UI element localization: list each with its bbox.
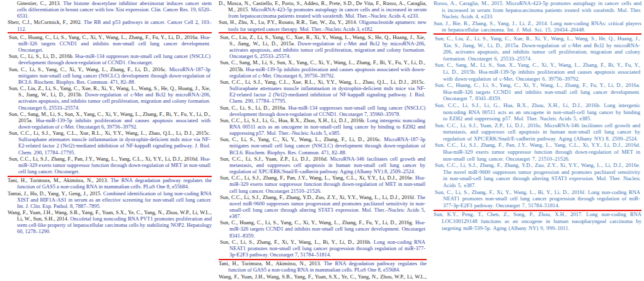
reference-authors: Sun, C., Huang, C., Li, S., Yang, C., Xi… — [9, 34, 198, 40]
reference-authors: Ginestier, C., 2013. — [17, 0, 61, 6]
reference-title: Hsa-miR-139-5p inhibits proliferation an… — [18, 117, 210, 130]
reference-entry: Tantai, J., Hu, D., Yang, Y., Geng, J., … — [8, 190, 212, 209]
highlighted-references-box: Sun, C., Liu, Z., Li, S., Yang, C., Xue,… — [219, 32, 427, 260]
reference-authors: Sun, C.C., Li, S.J., Li, G., Hua, R.X., … — [220, 117, 365, 123]
reference-entry: Sun, C., Li, S., Yang, C., Xi, Y., Wang,… — [220, 136, 425, 155]
highlighted-references-box: Sun, C., Huang, C., Li, S., Yang, C., Xi… — [8, 32, 212, 177]
references-group: D., Mosca, N., Castiello, F., Porto, S.,… — [219, 0, 427, 32]
reference-entry: Tani, H., Torimura, M., Akimitsu, N., 20… — [8, 177, 212, 190]
reference-authors: Tani, H., Torimura, M., Akimitsu, N., 20… — [8, 177, 108, 183]
highlighted-references-box: Sun, C., Liu, Z., Li, S., Yang, C., Xue,… — [434, 33, 641, 211]
reference-entry: Sun, C.C., Li, S.J., Yang, C.L., Xue, R.… — [9, 130, 210, 156]
reference-authors: Tani, H., Torimura, M., Akimitsu, N., 20… — [219, 260, 321, 267]
references-group: Tani, H., Torimura, M., Akimitsu, N., 20… — [8, 177, 212, 234]
reference-title: Sulforaphane attenuates muscle inflammat… — [18, 136, 210, 155]
reference-authors: Sun, C., Li, S., Yang, C., Xi, Y., Wang,… — [220, 136, 381, 142]
reference-authors: Sun, C.C., Li, S.J., Yuan, Z.P., Li, D.J… — [435, 122, 542, 129]
reference-entry: Ginestier, C., 2013. The histone deacety… — [8, 0, 212, 19]
reference-title: Sulforaphane attenuates muscle inflammat… — [229, 85, 425, 104]
reference-entry: Sun, C., Liu, Z., Li, S., Yang, C., Xue,… — [220, 34, 425, 60]
reference-authors: Sun, C., Li, S., Li, D., 2016b. — [9, 53, 74, 59]
reference-entry: Tani, H., Torimura, M., Akimitsu, N., 20… — [219, 260, 427, 273]
references-group: Tani, H., Torimura, M., Akimitsu, N., 20… — [219, 260, 427, 281]
reference-authors: Sun, C., Li, S., Zhang, F., Xi, Y., Wang… — [220, 239, 371, 245]
reference-entry: Sun, C., Sang, M., Li, S., Sun, X., Yang… — [220, 59, 425, 78]
reference-entry: Sun, C., Huang, C., Li, S., Yang, C., Xi… — [220, 219, 425, 238]
reference-entry: Wang, F., Yuan, J.H., Wang, S.B., Yang, … — [219, 273, 427, 281]
reference-authors: Sun, C.C., Li, S.J., Yuan, Z.P., Li, D.J… — [220, 156, 328, 162]
reference-authors: Sun, H., Zhu, X., Lu, P.Y., Rosato, R.R.… — [219, 19, 357, 25]
reference-entry: Sun, C.C., Li, S.J., Zhang, F., Pan, J.Y… — [435, 142, 640, 162]
references-page: Ginestier, C., 2013. The histone deacety… — [0, 0, 644, 281]
reference-title: The novel miR-9600 suppresses tumor prog… — [443, 169, 640, 188]
reference-entry: Sun, C.C., Li, S.J., Yang, C.L., Xue, R.… — [220, 79, 425, 105]
reference-entry: Sun, C.C., Li, S.J., Li, G., Hua, R.X., … — [435, 102, 640, 122]
reference-authors: Russo, A., Caraglia, M., 2015. — [434, 0, 503, 6]
reference-title: Hsa-miR-326 targets CCND1 and inhibits n… — [443, 89, 640, 102]
reference-title: Hsa-miR-139-5p inhibits proliferation an… — [229, 66, 425, 79]
reference-entry: Sun, C.C., Li, S.J., Zhang, F., Pan, J.Y… — [9, 156, 210, 175]
reference-entry: Sun, C., Liu, Z., Li, S., Yang, C., Xue,… — [435, 35, 640, 62]
reference-entry: Sun, C., Li, S., Yang, C., Xi, Y., Wang,… — [9, 66, 210, 85]
reference-entry: Sun, C., Huang, C., Li, S., Yang, C., Xi… — [9, 34, 210, 53]
reference-authors: Wang, F., Yuan, J.H., Wang, S.B., Yang, … — [219, 273, 427, 281]
reference-entry: Sun, C.C., Li, S.J., Li, G., Hua, R.X., … — [220, 117, 425, 136]
reference-authors: Sun, C.C., Li, S.J., Li, G., Hua, R.X., … — [435, 102, 601, 108]
reference-entry: Sun, C., Li, S., Li, D., 2016b. Hsa-miR-… — [9, 53, 210, 66]
reference-entry: Sun, C.C., Li, S.J., Zhang, F., Zhang, Y… — [220, 194, 425, 220]
reference-authors: Sun, C.C., Li, S.J., Zhang, F., Pan, J.Y… — [9, 156, 198, 162]
reference-entry: Wang, F., Yuan, J.H., Wang, S.B., Yang, … — [8, 209, 212, 235]
reference-authors: Sun, C.C., Li, S.J., Yang, C.L., Xue, R.… — [220, 79, 425, 85]
reference-authors: Sun, C., Huang, C., Li, S., Yang, C., Xi… — [435, 82, 640, 88]
reference-entry: Sun, C.C., Li, S.J., Yuan, Z.P., Li, D.J… — [220, 156, 425, 175]
references-group: Ginestier, C., 2013. The histone deacety… — [8, 0, 212, 32]
reference-entry: Sun, C.C., Li, S.J., Zhang, F., Pan, J.Y… — [220, 175, 425, 193]
references-column-middle: D., Mosca, N., Castiello, F., Porto, S.,… — [219, 0, 427, 281]
reference-entry: Sherr, C.J., McCormick, F., 2002. The RB… — [8, 19, 212, 32]
reference-authors: Tantai, J., Hu, D., Yang, Y., Geng, J., … — [8, 190, 101, 197]
references-group: Russo, A., Caraglia, M., 2015. MicroRNA-… — [434, 0, 641, 33]
reference-authors: Sun, C.C., Li, S.J., Zhang, F., Zhang, Y… — [220, 194, 415, 200]
reference-entry: Sun, C., Huang, C., Li, S., Yang, C., Xi… — [435, 82, 640, 102]
reference-authors: Sun, C., Li, S., Yang, C., Xi, Y., Wang,… — [9, 66, 167, 72]
reference-entry: Sun, K.Y., Peng, T., Chen, Z., Song, P.,… — [434, 211, 641, 231]
reference-entry: Sun, C.C., Li, S.J., Zhang, F., Zhang, Y… — [435, 162, 640, 188]
reference-authors: Sun, C.C., Li, S.J., Yang, C.L., Xue, R.… — [9, 130, 210, 136]
reference-entry: Sun, C., Liu, Z., Li, S., Yang, C., Xue,… — [9, 85, 210, 111]
reference-authors: Sun, J., Bie, B., Zhang, S., Yang, J., L… — [434, 20, 548, 26]
reference-authors: Sun, C.C., Li, S.J., Zhang, F., Zhang, Y… — [435, 162, 640, 168]
reference-authors: Sun, C.C., Li, S.J., Zhang, F., Pan, J.Y… — [435, 142, 640, 148]
reference-authors: Sun, C., Li, S., Zhang, F., Xi, Y., Wang… — [435, 189, 586, 195]
reference-entry: Sun, J., Bie, B., Zhang, S., Yang, J., L… — [434, 20, 641, 33]
references-column-right: Russo, A., Caraglia, M., 2015. MicroRNA-… — [434, 0, 641, 281]
references-group: Sun, K.Y., Peng, T., Chen, Z., Song, P.,… — [434, 211, 641, 231]
references-column-left: Ginestier, C., 2013. The histone deacety… — [8, 0, 212, 281]
reference-entry: Sun, C.C., Li, S.J., Yuan, Z.P., Li, D.J… — [435, 122, 640, 142]
reference-title: Hsa-miR-329 exerts tumor suppressor func… — [443, 149, 640, 162]
reference-entry: Sun, C., Li, S., Zhang, F., Xi, Y., Wang… — [220, 239, 425, 258]
reference-entry: Sun, C., Sang, M., Li, S., Sun, X., Yang… — [9, 111, 210, 130]
reference-title: MicroRNA-423-5p promotes autophagy in ca… — [228, 6, 427, 19]
reference-entry: Russo, A., Caraglia, M., 2015. MicroRNA-… — [434, 0, 641, 20]
reference-authors: Sherr, C.J., McCormick, F., 2002. — [8, 19, 82, 25]
reference-entry: Sun, C., Sang, M., Li, S., Sun, X., Yang… — [435, 62, 640, 82]
reference-authors: Sun, C., Li, S., Li, D., 2016a. — [220, 105, 286, 111]
reference-authors: Sun, C.C., Li, S.J., Zhang, F., Pan, J.Y… — [220, 175, 413, 181]
reference-entry: Sun, H., Zhu, X., Lu, P.Y., Rosato, R.R.… — [219, 19, 427, 32]
reference-authors: Sun, K.Y., Peng, T., Chen, Z., Song, P.,… — [434, 211, 583, 217]
reference-entry: D., Mosca, N., Castiello, F., Porto, S.,… — [219, 0, 427, 19]
reference-authors: Sun, C., Huang, C., Li, S., Yang, C., Xi… — [220, 219, 413, 226]
reference-entry: Sun, C., Li, S., Zhang, F., Xi, Y., Wang… — [435, 189, 640, 209]
reference-entry: Sun, C., Li, S., Li, D., 2016a. Hsa-miR-… — [220, 105, 425, 117]
